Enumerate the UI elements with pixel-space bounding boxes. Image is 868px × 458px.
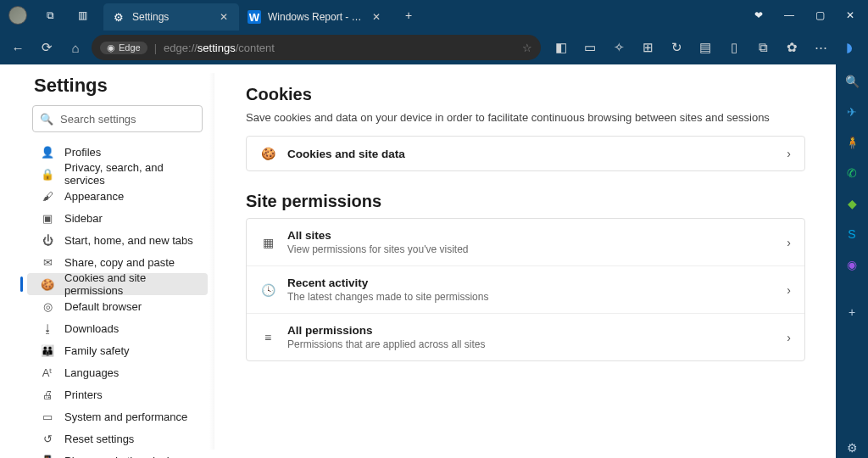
app-icon[interactable]: ▤ xyxy=(692,34,719,61)
site-favicon: W xyxy=(248,10,261,24)
nav-item-languages[interactable]: AᵗLanguages xyxy=(27,361,208,383)
home-button[interactable]: ⌂ xyxy=(63,34,88,61)
browser-sidebar: 🔍 ✈ 🧍 ✆ ◆ S ◉ + ⚙ xyxy=(836,64,868,458)
nav-item-share-copy-and-paste[interactable]: ✉Share, copy and paste xyxy=(27,251,208,273)
tab-strip: ⚙ Settings ✕ W Windows Report - Your go-… xyxy=(103,0,422,31)
tab-label: Windows Report - Your go-to sou… xyxy=(268,11,363,23)
titlebar-right: ❤ — ▢ ✕ xyxy=(744,1,865,30)
url-input[interactable]: ◉Edge | edge://settings/content ☆ xyxy=(92,35,541,60)
nav-item-label: Languages xyxy=(64,366,119,379)
read-aloud-icon[interactable]: ▭ xyxy=(576,34,604,61)
nav-item-icon: 📱 xyxy=(41,455,54,459)
nav-item-appearance[interactable]: 🖌Appearance xyxy=(27,185,208,207)
nav-item-icon: 🖌 xyxy=(41,190,54,203)
tab-label: Settings xyxy=(132,11,210,23)
row-icon: ▦ xyxy=(260,236,275,249)
rewards-icon[interactable]: ❤ xyxy=(744,1,773,30)
more-menu-button[interactable]: ⋯ xyxy=(807,34,834,61)
nav-item-phone-and-other-devices[interactable]: 📱Phone and other devices xyxy=(27,450,208,458)
history-icon[interactable]: ↻ xyxy=(663,34,690,61)
address-bar: ← ⟳ ⌂ ◉Edge | edge://settings/content ☆ … xyxy=(0,31,868,64)
row-title: All sites xyxy=(287,229,775,242)
nav-item-label: Downloads xyxy=(64,322,119,335)
downloads-icon[interactable]: ▯ xyxy=(721,34,748,61)
extensions-icon[interactable]: ✿ xyxy=(778,34,805,61)
nav-item-system-and-performance[interactable]: ▭System and performance xyxy=(27,405,208,427)
url-host: settings xyxy=(198,42,236,54)
close-icon[interactable]: ✕ xyxy=(370,11,383,23)
collections-icon[interactable]: ⊞ xyxy=(634,34,661,61)
copilot-icon[interactable]: ◗ xyxy=(836,34,863,61)
chevron-right-icon: › xyxy=(787,236,791,249)
tab-settings[interactable]: ⚙ Settings ✕ xyxy=(103,3,239,31)
minimize-button[interactable]: — xyxy=(775,1,804,30)
close-window-button[interactable]: ✕ xyxy=(836,1,865,30)
chevron-right-icon: › xyxy=(787,147,791,160)
app2-icon[interactable]: ◆ xyxy=(842,193,862,214)
settings-sidebar: Settings 🔍 Search settings 👤Profiles🔒Pri… xyxy=(0,64,215,458)
search-placeholder: Search settings xyxy=(60,113,136,126)
skype-icon[interactable]: S xyxy=(842,224,862,244)
search-sidebar-icon[interactable]: 🔍 xyxy=(842,71,862,92)
messenger-icon[interactable]: ◉ xyxy=(842,254,862,275)
nav-item-profiles[interactable]: 👤Profiles xyxy=(27,141,208,163)
new-tab-button[interactable]: + xyxy=(395,8,422,22)
row-subtitle: The latest changes made to site permissi… xyxy=(287,291,775,303)
workspaces-icon[interactable]: ⧉ xyxy=(36,1,64,30)
nav-item-label: Default browser xyxy=(64,300,142,313)
nav-item-icon: 🍪 xyxy=(41,278,54,291)
section-title-site-permissions: Site permissions xyxy=(246,192,805,211)
window-titlebar: ⧉ ▥ ⚙ Settings ✕ W Windows Report - Your… xyxy=(0,0,868,31)
nav-item-icon: 🔒 xyxy=(41,168,54,181)
nav-item-label: Cookies and site permissions xyxy=(64,271,199,297)
search-settings-input[interactable]: 🔍 Search settings xyxy=(32,105,203,132)
favorite-star-icon[interactable]: ☆ xyxy=(522,42,532,54)
nav-item-cookies-and-site-permissions[interactable]: 🍪Cookies and site permissions xyxy=(27,273,208,295)
nav-item-label: Share, copy and paste xyxy=(64,256,175,269)
telegram-icon[interactable]: ✈ xyxy=(842,102,862,122)
row-title: Recent activity xyxy=(287,276,775,289)
nav-item-default-browser[interactable]: ◎Default browser xyxy=(27,295,208,317)
nav-item-label: Privacy, search, and services xyxy=(64,161,199,187)
whatsapp-icon[interactable]: ✆ xyxy=(842,163,862,183)
nav-item-icon: 👪 xyxy=(41,344,54,357)
settings-row-recent-activity[interactable]: 🕓 Recent activityThe latest changes made… xyxy=(247,265,804,313)
screenshot-icon[interactable]: ⧉ xyxy=(749,34,776,61)
main-area: Settings 🔍 Search settings 👤Profiles🔒Pri… xyxy=(0,64,868,458)
sidebar-settings-icon[interactable]: ⚙ xyxy=(842,438,862,458)
tab-windows-report[interactable]: W Windows Report - Your go-to sou… ✕ xyxy=(239,3,392,31)
nav-item-icon: 👤 xyxy=(41,146,54,159)
settings-row-all-permissions[interactable]: ≡ All permissionsPermissions that are ap… xyxy=(247,313,804,360)
nav-item-start-home-and-new-tabs[interactable]: ⏻Start, home, and new tabs xyxy=(27,229,208,251)
nav-item-reset-settings[interactable]: ↺Reset settings xyxy=(27,427,208,450)
profile-avatar[interactable] xyxy=(3,1,32,30)
app1-icon[interactable]: 🧍 xyxy=(842,132,862,153)
nav-item-privacy-search-and-services[interactable]: 🔒Privacy, search, and services xyxy=(27,163,208,185)
favorites-icon[interactable]: ✧ xyxy=(605,34,632,61)
nav-item-label: System and performance xyxy=(64,411,187,423)
nav-item-icon: 🖨 xyxy=(41,388,54,401)
nav-item-label: Printers xyxy=(64,388,103,401)
add-sidebar-app-button[interactable]: + xyxy=(842,302,862,322)
nav-item-label: Sidebar xyxy=(64,212,103,225)
nav-item-printers[interactable]: 🖨Printers xyxy=(27,383,208,405)
row-title: Cookies and site data xyxy=(287,148,775,160)
separator: | xyxy=(154,42,157,54)
chevron-right-icon: › xyxy=(787,331,791,344)
split-screen-icon[interactable]: ◧ xyxy=(548,34,575,61)
maximize-button[interactable]: ▢ xyxy=(805,1,834,30)
close-icon[interactable]: ✕ xyxy=(217,11,231,23)
nav-item-downloads[interactable]: ⭳Downloads xyxy=(27,317,208,339)
back-button[interactable]: ← xyxy=(5,34,31,61)
titlebar-left: ⧉ ▥ xyxy=(3,1,97,30)
refresh-button[interactable]: ⟳ xyxy=(34,34,59,61)
settings-row-all-sites[interactable]: ▦ All sitesView permissions for sites yo… xyxy=(247,219,804,265)
tab-actions-icon[interactable]: ▥ xyxy=(68,1,97,30)
nav-item-sidebar[interactable]: ▣Sidebar xyxy=(27,207,208,229)
nav-item-family-safety[interactable]: 👪Family safety xyxy=(27,339,208,361)
settings-row-cookies-and-site-data[interactable]: 🍪 Cookies and site data › xyxy=(247,137,804,170)
nav-item-icon: Aᵗ xyxy=(41,366,54,379)
url-path: /content xyxy=(236,42,275,54)
nav-item-label: Appearance xyxy=(64,190,124,203)
settings-heading: Settings xyxy=(20,75,214,97)
